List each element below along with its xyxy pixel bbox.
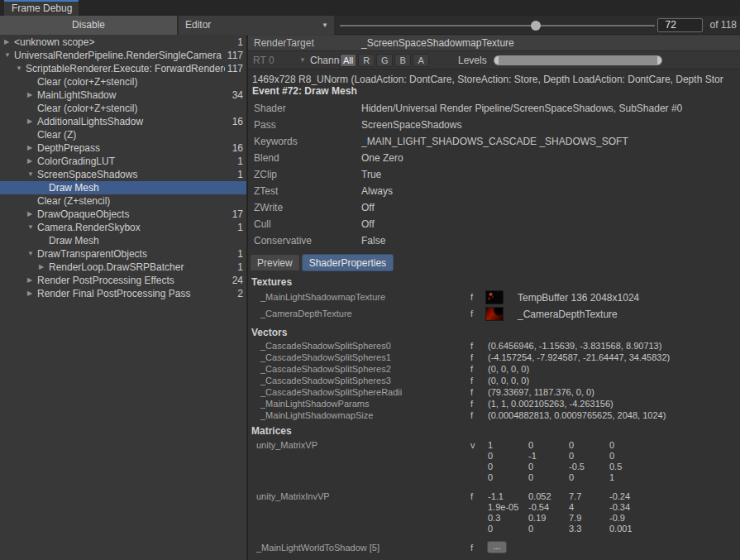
matrix-cell: -0.9: [609, 513, 650, 524]
expand-arrow-icon[interactable]: ▶: [27, 274, 32, 287]
tree-row[interactable]: ▶RenderLoop.DrawSRPBatcher1: [0, 261, 246, 274]
depth-texture-thumbnail[interactable]: [485, 307, 504, 321]
tree-row[interactable]: ▶AdditionalLightsShadow16: [0, 115, 246, 128]
disable-button[interactable]: Disable: [0, 16, 179, 35]
preview-shaderproperties-tabs: PreviewShaderProperties: [250, 254, 740, 272]
tree-row[interactable]: ▶DrawOpaqueObjects17: [0, 208, 246, 221]
tree-row-label: Clear (Z+stencil): [37, 194, 225, 208]
tree-row-count: 1: [237, 155, 243, 168]
tree-row-label: Clear (Z): [37, 128, 225, 141]
tree-row[interactable]: ▶DepthPrepass16: [0, 141, 246, 155]
expand-arrow-icon[interactable]: ▶: [27, 115, 32, 128]
vector-property-name: _CascadeShadowSplitSpheres1: [260, 352, 391, 363]
tree-row[interactable]: Clear (Z+stencil): [0, 194, 246, 208]
matrix-cell: -0.54: [528, 502, 569, 513]
matrix-cell: -0.24: [609, 491, 650, 502]
expand-matrix-array-button[interactable]: ...: [487, 541, 507, 553]
expand-arrow-icon[interactable]: ▶: [27, 141, 32, 155]
type-flag: f: [470, 309, 473, 318]
levels-slider-max-handle[interactable]: [657, 56, 661, 65]
matrix-property-name: unity_MatrixInvVP: [256, 491, 330, 501]
frame-slider-handle[interactable]: [531, 21, 541, 31]
vector-row: _MainLightShadowmapSizef(0.0004882813, 0…: [248, 409, 740, 421]
vector-value: (1, 1, 0.002105263, -4.263156): [488, 398, 613, 409]
tree-row-label: Render PostProcessing Effects: [37, 274, 225, 287]
tree-row-label: AdditionalLightsShadow: [37, 115, 225, 128]
channel-button-group: AllRGBA: [340, 54, 429, 67]
tree-row-label: Draw Mesh: [49, 181, 225, 194]
matrices-list: unity_MatrixVPv10000-10000-0.50.50001uni…: [248, 440, 740, 556]
channel-button-all[interactable]: All: [340, 54, 356, 67]
expand-arrow-icon[interactable]: ▶: [27, 155, 32, 168]
tree-row[interactable]: ▼UniversalRenderPipeline.RenderSingleCam…: [0, 49, 246, 62]
property-row: ShaderHidden/Universal Render Pipeline/S…: [248, 100, 740, 117]
matrix-cell: 0: [609, 440, 650, 451]
event-title: Event #72: Draw Mesh: [248, 85, 740, 98]
tree-row[interactable]: Clear (color+Z+stencil): [0, 102, 246, 115]
matrix-values-grid: 10000-10000-0.50.50001: [488, 440, 740, 483]
vectors-list: _CascadeShadowSplitSpheres0f(0.6456946, …: [248, 340, 740, 421]
expand-arrow-icon[interactable]: ▶: [4, 36, 9, 49]
levels-minmax-slider[interactable]: [494, 55, 662, 65]
tree-row[interactable]: ▼DrawTransparentObjects1: [0, 247, 246, 261]
property-label: Blend: [254, 150, 279, 166]
rt-index-dropdown[interactable]: RT 0 ▼: [253, 51, 306, 69]
tree-row[interactable]: ▼Camera.RenderSkybox1: [0, 221, 246, 234]
expand-arrow-icon[interactable]: ▶: [39, 261, 44, 274]
tree-row[interactable]: ▶<unknown scope>1: [0, 36, 246, 49]
tree-row[interactable]: Clear (color+Z+stencil): [0, 75, 246, 89]
tree-row-count: 1: [237, 261, 243, 274]
expand-arrow-icon[interactable]: ▶: [27, 208, 32, 221]
collapse-arrow-icon[interactable]: ▼: [4, 49, 11, 62]
tree-row-count: 1: [237, 36, 243, 49]
matrix-property-name: _MainLightWorldToShadow [5]: [256, 543, 380, 553]
channel-button-r[interactable]: R: [358, 54, 375, 67]
expand-arrow-icon[interactable]: ▶: [27, 287, 32, 300]
tree-row-count: 1: [237, 221, 243, 234]
collapse-arrow-icon[interactable]: ▼: [27, 247, 34, 261]
tree-row[interactable]: ▶ColorGradingLUT1: [0, 155, 246, 168]
rt-index-label: RT 0: [253, 55, 275, 66]
render-target-info: 1469x728 R8_UNorm (LoadAction: DontCare,…: [248, 69, 740, 85]
collapse-arrow-icon[interactable]: ▼: [16, 62, 22, 75]
tree-row[interactable]: ▶MainLightShadow34: [0, 89, 246, 102]
tree-row-label: RenderLoop.DrawSRPBatcher: [49, 261, 225, 274]
expand-arrow-icon[interactable]: ▶: [27, 89, 32, 102]
tab-shaderproperties[interactable]: ShaderProperties: [302, 254, 394, 271]
tree-row[interactable]: Draw Mesh: [0, 181, 246, 194]
channel-button-g[interactable]: G: [376, 54, 393, 67]
matrix-property-name: unity_MatrixVP: [256, 440, 317, 450]
render-target-toolbar: RT 0 ▼ Channels AllRGBA Levels: [248, 51, 740, 69]
chevron-down-icon: ▼: [322, 16, 328, 35]
tree-row[interactable]: ▶Render PostProcessing Effects24: [0, 274, 246, 287]
matrices-section-title: Matrices: [251, 425, 740, 438]
draw-state-properties: ShaderHidden/Universal Render Pipeline/S…: [248, 100, 740, 249]
vector-row: _MainLightShadowParamsf(1, 1, 0.00210526…: [248, 398, 740, 409]
levels-slider-min-handle[interactable]: [494, 56, 499, 65]
tree-row-label: Camera.RenderSkybox: [37, 221, 225, 234]
channel-button-a[interactable]: A: [413, 54, 429, 67]
channel-button-b[interactable]: B: [394, 54, 411, 67]
collapse-arrow-icon[interactable]: ▼: [27, 168, 34, 181]
tree-row[interactable]: ▼ScreenSpaceShadows1: [0, 168, 246, 181]
vector-property-name: _CascadeShadowSplitSpheres3: [260, 375, 391, 386]
tab-frame-debug[interactable]: Frame Debug: [4, 0, 79, 16]
vector-row: _CascadeShadowSplitSpheres1f(-4.157254, …: [248, 352, 740, 363]
frame-slider[interactable]: [340, 16, 655, 35]
tab-preview[interactable]: Preview: [250, 254, 300, 271]
shadowmap-texture-thumbnail[interactable]: [485, 290, 504, 304]
property-row: PassScreenSpaceShadows: [248, 117, 740, 133]
vector-value: (0, 0, 0, 0): [488, 375, 529, 386]
frame-number-input[interactable]: 72: [657, 18, 703, 32]
matrix-cell: 7.7: [569, 491, 609, 502]
collapse-arrow-icon[interactable]: ▼: [27, 221, 34, 234]
vector-value: (0.0004882813, 0.0009765625, 2048, 1024): [488, 409, 666, 421]
tree-row[interactable]: Clear (Z): [0, 128, 246, 141]
tree-row[interactable]: ▼ScriptableRenderer.Execute: ForwardRend…: [0, 62, 246, 75]
tree-row[interactable]: Draw Mesh: [0, 234, 246, 247]
property-row: Keywords_MAIN_LIGHT_SHADOWS_CASCADE _SHA…: [248, 133, 740, 150]
vector-row: _CascadeShadowSplitSpheres2f(0, 0, 0, 0): [248, 363, 740, 375]
editor-dropdown[interactable]: Editor ▼: [179, 16, 334, 35]
tree-row[interactable]: ▶Render Final PostProcessing Pass2: [0, 287, 246, 300]
chevron-down-icon: ▼: [299, 51, 306, 69]
